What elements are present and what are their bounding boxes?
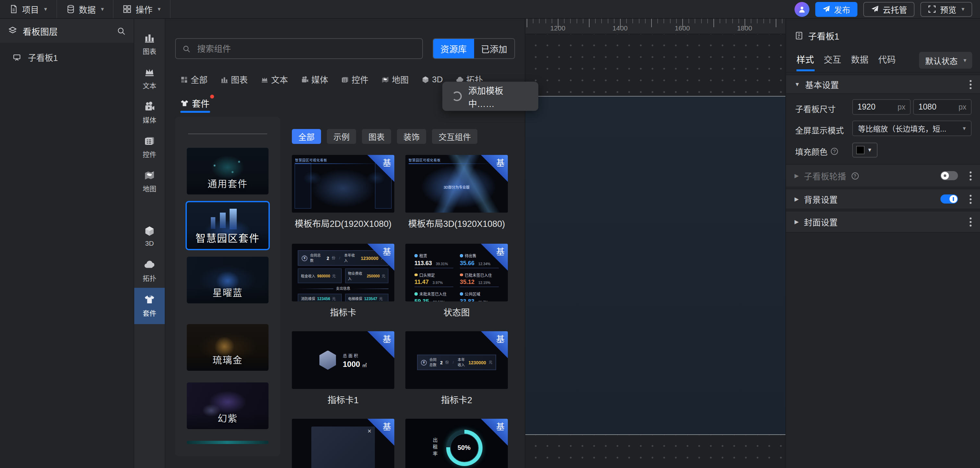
menu-project[interactable]: 项目 ▾ [0, 0, 57, 18]
filter-interactive[interactable]: 交互组件 [432, 129, 477, 144]
kebab-menu-icon[interactable] [970, 198, 972, 200]
category-text[interactable]: 文本 [261, 73, 288, 86]
section-cover[interactable]: ▶ 封面设置 [786, 211, 980, 233]
width-input[interactable]: px [852, 99, 911, 115]
kit-card-indicator2[interactable]: ¥ 合同总数 2 份 / 本年收入 1230000 元 基 指标卡2 [406, 331, 508, 406]
card-thumbnail: 总面积 1000 ㎡ 基 [292, 331, 395, 389]
height-value[interactable] [918, 102, 947, 111]
category-3d[interactable]: 3D [422, 73, 443, 86]
kit-card-popup[interactable]: ✕ 基 [292, 419, 395, 468]
inspector-panel: 子看板1 样式 交互 数据 代码 默认状态 ▾ ▼ 基本设置 子看板尺寸 px … [786, 19, 980, 468]
tshirt-icon [180, 99, 189, 107]
document-icon [9, 5, 18, 14]
tab-style[interactable]: 样式 [797, 52, 814, 65]
badge-text: 基 [383, 245, 391, 257]
width-value[interactable] [858, 102, 886, 111]
kebab-menu-icon[interactable] [970, 83, 972, 85]
base-badge-ribbon: 基 [367, 155, 395, 182]
chevron-down-icon: ▾ [158, 6, 161, 12]
filter-decoration[interactable]: 装饰 [397, 129, 426, 144]
filter-examples[interactable]: 示例 [327, 129, 356, 144]
template-theme-label: 通用套件 [187, 176, 269, 190]
section-basic-settings[interactable]: ▼ 基本设置 [786, 75, 980, 94]
template-theme-glass-gold[interactable]: 琉璃金 [187, 324, 269, 371]
layer-item-subboard[interactable]: 子看板1 [0, 51, 134, 63]
display-mode-value: 等比缩放（长边填充，短... [858, 123, 958, 133]
category-media[interactable]: 媒体 [301, 73, 328, 86]
kit-card-gauge[interactable]: 出租率 50% 基 [406, 419, 508, 468]
carousel-toggle[interactable] [940, 171, 958, 180]
kit-card-status[interactable]: 租赁113.6339.31% 待出售35.6612.34% 口头预定11.473… [406, 244, 508, 318]
rail-item-charts[interactable]: 图表 [134, 27, 165, 61]
kebab-menu-icon[interactable] [970, 175, 972, 177]
tab-interaction[interactable]: 交互 [824, 52, 841, 65]
rail-item-media[interactable]: 媒体 [134, 95, 165, 130]
rail-item-topology[interactable]: 拓扑 [134, 254, 165, 288]
category-map[interactable]: 地图 [381, 73, 409, 86]
editor-canvas[interactable]: 1200140016001800 [525, 19, 786, 468]
badge-text: 基 [383, 420, 391, 432]
layers-panel: 看板图层 子看板1 [0, 19, 134, 468]
tab-data[interactable]: 数据 [851, 52, 869, 65]
rail-item-text[interactable]: 文本 [134, 61, 165, 95]
section-title: 封面设置 [804, 216, 838, 228]
kit-card-indicator[interactable]: ¥ 合同总数 2 份 / 本年收入 1230000 元 租金收入980000元 … [292, 244, 395, 318]
template-theme-phantom-purple[interactable]: 幻紫 [187, 382, 269, 429]
fill-color-picker[interactable]: ▼ [852, 143, 878, 157]
preview-button[interactable]: 预览 ▾ [921, 2, 972, 16]
tab-resource-library[interactable]: 资源库 [433, 39, 474, 58]
section-background[interactable]: ▶ 背景设置 [786, 189, 980, 209]
menu-data[interactable]: 数据 ▾ [57, 0, 113, 18]
template-theme-star-blue[interactable]: 星曜蓝 [187, 257, 269, 303]
subboard-artboard[interactable] [525, 96, 786, 435]
tab-kits[interactable]: 套件 [180, 97, 210, 109]
height-input[interactable]: px [913, 99, 972, 115]
card-title: 指标卡 [292, 305, 395, 318]
toast-text: 添加模板中…… [468, 83, 528, 109]
filter-all[interactable]: 全部 [292, 129, 321, 144]
card-thumbnail: ¥ 合同总数 2 份 / 本年收入 1230000 元 租金收入980000元 … [292, 244, 395, 301]
menu-label: 操作 [135, 3, 153, 15]
thumb-panel [294, 163, 311, 209]
kebab-menu-icon[interactable] [970, 221, 972, 223]
crown-icon [144, 67, 155, 78]
rail-item-kits[interactable]: 套件 [134, 288, 165, 324]
category-widgets[interactable]: 控件 [341, 73, 368, 86]
grid-icon [180, 76, 188, 83]
background-toggle[interactable] [940, 194, 958, 203]
category-row: 全部 图表 文本 媒体 控件 地图 [180, 73, 483, 86]
avatar[interactable] [794, 2, 810, 16]
tab-code[interactable]: 代码 [878, 52, 896, 65]
template-theme-partial[interactable] [187, 441, 269, 444]
tab-added[interactable]: 已添加 [474, 39, 514, 58]
category-charts[interactable]: 图表 [221, 73, 248, 86]
component-search[interactable] [175, 38, 423, 59]
kit-card-indicator1[interactable]: 总面积 1000 ㎡ 基 指标卡1 [292, 331, 395, 406]
search-icon[interactable] [117, 26, 126, 35]
base-badge-ribbon: 基 [480, 244, 508, 271]
search-input[interactable] [196, 43, 416, 54]
category-all[interactable]: 全部 [180, 73, 208, 86]
rail-item-3d[interactable]: 3D [134, 219, 165, 254]
section-carousel[interactable]: ▶ 子看板轮播 ? [786, 164, 980, 187]
kit-card-template-3d[interactable]: 智慧园区可视化看板 3D部分为专业版 基 模板布局3D(1920X1080) [406, 155, 508, 230]
cloud-hosting-button[interactable]: 云托管 [863, 2, 915, 16]
kit-card-template-2d[interactable]: 智慧园区可视化看板 基 模板布局2D(1920X1080) [292, 155, 395, 230]
filter-charts[interactable]: 图表 [362, 129, 391, 144]
video-camera-icon [144, 101, 155, 112]
rail-item-widgets[interactable]: 控件 [134, 130, 165, 164]
help-icon[interactable]: ? [831, 148, 838, 155]
display-mode-select[interactable]: 等比缩放（长边填充，短... ▾ [852, 121, 972, 136]
help-icon[interactable]: ? [851, 172, 858, 179]
size-label: 子看板尺寸 [795, 102, 836, 115]
rail-item-map[interactable]: 地图 [134, 164, 165, 198]
cube-icon [422, 76, 430, 83]
active-tab-underline [180, 111, 210, 113]
topbar-actions: 发布 云托管 预览 ▾ [794, 2, 980, 16]
template-theme-general[interactable]: 通用套件 [187, 148, 269, 194]
menu-operations[interactable]: 操作 ▾ [113, 0, 170, 18]
badge-text: 基 [496, 333, 504, 345]
state-dropdown[interactable]: 默认状态 ▾ [920, 52, 972, 69]
publish-button[interactable]: 发布 [815, 2, 858, 16]
template-theme-smart-park[interactable]: 智慧园区套件 [187, 202, 269, 249]
